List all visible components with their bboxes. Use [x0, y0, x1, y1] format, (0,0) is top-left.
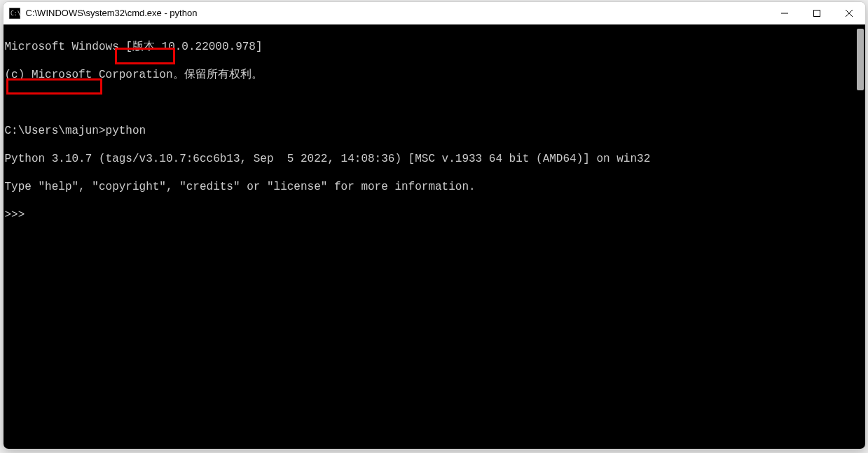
terminal-line-version: Python 3.10.7 (tags/v3.10.7:6cc6b13, Sep… — [5, 152, 864, 166]
cmd-window: C:\ C:\WINDOWS\system32\cmd.exe - python… — [3, 1, 866, 449]
window-title: C:\WINDOWS\system32\cmd.exe - python — [26, 8, 769, 18]
terminal-line: Microsoft Windows [版本 10.0.22000.978] — [5, 40, 864, 54]
close-button[interactable] — [833, 2, 865, 24]
terminal-area[interactable]: Microsoft Windows [版本 10.0.22000.978] (c… — [4, 25, 865, 449]
terminal-line-prompt: C:\Users\majun>python — [5, 124, 864, 138]
cmd-icon: C:\ — [9, 8, 20, 19]
terminal-line: Type "help", "copyright", "credits" or "… — [5, 180, 864, 194]
svg-text:C:\: C:\ — [11, 11, 20, 17]
minimize-button[interactable] — [769, 2, 801, 24]
terminal-content: Microsoft Windows [版本 10.0.22000.978] (c… — [4, 25, 865, 251]
terminal-line — [5, 96, 864, 110]
maximize-button[interactable] — [801, 2, 833, 24]
title-bar[interactable]: C:\ C:\WINDOWS\system32\cmd.exe - python — [4, 2, 865, 25]
terminal-line: (c) Microsoft Corporation。保留所有权利。 — [5, 68, 864, 82]
terminal-line-repl-prompt: >>> — [5, 208, 864, 222]
window-controls — [769, 2, 865, 24]
svg-rect-3 — [813, 10, 820, 16]
scrollbar-thumb[interactable] — [857, 29, 864, 90]
